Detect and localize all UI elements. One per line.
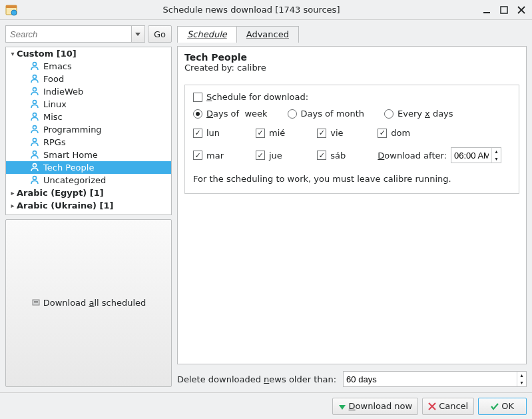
- tree-custom-item[interactable]: ▸Tech People: [6, 161, 171, 174]
- day-label: vie: [330, 128, 343, 138]
- day-label: lun: [206, 128, 220, 138]
- cancel-label: Cancel: [439, 401, 468, 411]
- day-checkbox-jue[interactable]: jue: [256, 151, 294, 161]
- left-pane: Go ▾Custom [10]▸Emacs▸Food▸IndieWeb▸Linu…: [5, 25, 172, 387]
- day-checkbox-lun[interactable]: lun: [193, 128, 233, 138]
- delete-older-spin[interactable]: ▴ ▾: [343, 371, 527, 387]
- schedule-checkbox-row[interactable]: Schedule for download:: [193, 92, 308, 102]
- svg-point-14: [33, 138, 36, 141]
- day-label: jue: [269, 151, 282, 161]
- tree-language-group[interactable]: ▸Arabic (Egypt) [1]: [6, 187, 171, 199]
- tree-language-group[interactable]: ▸Bosnian [2]: [6, 212, 171, 215]
- tree-custom-item[interactable]: ▸RPGs: [6, 136, 171, 149]
- tree-custom-item[interactable]: ▸Misc: [6, 111, 171, 123]
- svg-point-15: [33, 151, 36, 154]
- tree-item-label: Smart Home: [43, 150, 98, 160]
- tree-item-label: Arabic (Ukraine) [1]: [17, 201, 114, 210]
- user-icon: [30, 112, 41, 123]
- ok-label: OK: [501, 401, 514, 411]
- svg-rect-1: [6, 5, 17, 8]
- tree-custom-item[interactable]: ▸Food: [6, 73, 171, 85]
- spin-up-icon[interactable]: ▴: [491, 148, 501, 155]
- svg-point-8: [33, 62, 36, 65]
- ok-button[interactable]: OK: [478, 398, 527, 415]
- download-now-label: Download now: [349, 401, 413, 411]
- tree-custom-item[interactable]: ▸Emacs: [6, 60, 171, 73]
- tab-advanced[interactable]: Advanced: [236, 26, 299, 43]
- tree-custom-item[interactable]: ▸Programming: [6, 123, 171, 136]
- checkbox[interactable]: [256, 151, 265, 160]
- checkbox[interactable]: [317, 129, 326, 138]
- tree-item-label: RPGs: [43, 137, 66, 147]
- bottom-button-bar: Download now Cancel OK: [0, 392, 532, 419]
- source-title: Tech People: [184, 52, 519, 63]
- svg-rect-4: [501, 7, 507, 13]
- day-checkbox-sab[interactable]: sáb: [317, 151, 355, 161]
- svg-point-9: [33, 75, 36, 78]
- source-tree[interactable]: ▾Custom [10]▸Emacs▸Food▸IndieWeb▸Linux▸M…: [5, 47, 172, 215]
- checkbox[interactable]: [256, 129, 265, 138]
- user-icon: [30, 74, 41, 85]
- radio-days-of-week-button[interactable]: [193, 109, 202, 119]
- download-now-button[interactable]: Download now: [332, 398, 419, 415]
- close-button[interactable]: [516, 5, 527, 15]
- schedule-checkbox[interactable]: [193, 93, 202, 102]
- delete-older-label: Delete downloaded news older than:: [177, 374, 336, 384]
- day-label: dom: [391, 128, 410, 138]
- spin-down-icon[interactable]: ▾: [491, 155, 501, 163]
- radio-every-x-days-button[interactable]: [384, 109, 394, 119]
- chevron-right-icon[interactable]: ▸: [9, 189, 17, 197]
- download-icon: [31, 298, 41, 308]
- checkbox[interactable]: [193, 151, 202, 160]
- download-after-value[interactable]: [451, 151, 491, 161]
- cancel-button[interactable]: Cancel: [422, 398, 474, 415]
- download-now-icon: [338, 402, 346, 410]
- day-checkbox-vie[interactable]: vie: [317, 128, 355, 138]
- svg-point-12: [33, 113, 36, 116]
- tree-language-group[interactable]: ▸Arabic (Ukraine) [1]: [6, 199, 171, 212]
- day-label: mié: [269, 128, 285, 138]
- delete-older-value[interactable]: [344, 374, 517, 384]
- minimize-button[interactable]: [481, 5, 492, 15]
- download-after-spin[interactable]: ▴ ▾: [451, 147, 501, 163]
- tree-custom-item[interactable]: ▸Smart Home: [6, 149, 171, 161]
- go-button[interactable]: Go: [148, 25, 172, 43]
- tab-schedule[interactable]: Schedule: [177, 26, 237, 43]
- radio-every-x-days-label: Every x days: [398, 109, 453, 119]
- day-checkbox-mar[interactable]: mar: [193, 151, 233, 161]
- maximize-button[interactable]: [499, 5, 509, 15]
- download-all-scheduled-button[interactable]: Download all scheduled: [5, 219, 172, 388]
- schedule-checkbox-label: Schedule for download:: [206, 92, 308, 102]
- search-combo[interactable]: [5, 25, 145, 43]
- created-by: Created by: calibre: [184, 63, 519, 73]
- radio-every-x-days[interactable]: Every x days: [384, 109, 453, 119]
- spin-up-icon[interactable]: ▴: [517, 372, 526, 379]
- chevron-down-icon[interactable]: ▾: [9, 50, 17, 57]
- chevron-right-icon[interactable]: ▸: [9, 214, 17, 215]
- checkbox[interactable]: [378, 129, 387, 138]
- tree-custom-item[interactable]: ▸IndieWeb: [6, 85, 171, 98]
- tree-custom-group[interactable]: ▾Custom [10]: [6, 47, 171, 60]
- search-input[interactable]: [6, 29, 131, 39]
- svg-point-2: [11, 10, 17, 15]
- schedule-mode-row: Days of week Days of month Every x days: [193, 109, 511, 119]
- user-icon: [30, 175, 41, 186]
- radio-days-of-month[interactable]: Days of month: [288, 109, 364, 119]
- spin-down-icon[interactable]: ▾: [517, 379, 526, 386]
- radio-days-of-week[interactable]: Days of week: [193, 109, 268, 119]
- day-checkbox-dom[interactable]: dom: [378, 128, 511, 138]
- tree-custom-item[interactable]: ▸Uncategorized: [6, 174, 171, 187]
- checkbox[interactable]: [317, 151, 326, 160]
- day-label: mar: [206, 151, 224, 161]
- tree-item-label: Emacs: [43, 61, 72, 71]
- schedule-note: For the scheduling to work, you must lea…: [193, 174, 511, 184]
- chevron-right-icon[interactable]: ▸: [9, 202, 17, 209]
- user-icon: [30, 99, 41, 110]
- radio-days-of-month-button[interactable]: [288, 109, 297, 119]
- day-checkbox-mie[interactable]: mié: [256, 128, 294, 138]
- tree-custom-item[interactable]: ▸Linux: [6, 98, 171, 111]
- chevron-down-icon[interactable]: [131, 26, 144, 42]
- checkbox[interactable]: [193, 129, 202, 138]
- day-label: sáb: [330, 151, 346, 161]
- tree-item-label: Arabic (Egypt) [1]: [17, 188, 104, 198]
